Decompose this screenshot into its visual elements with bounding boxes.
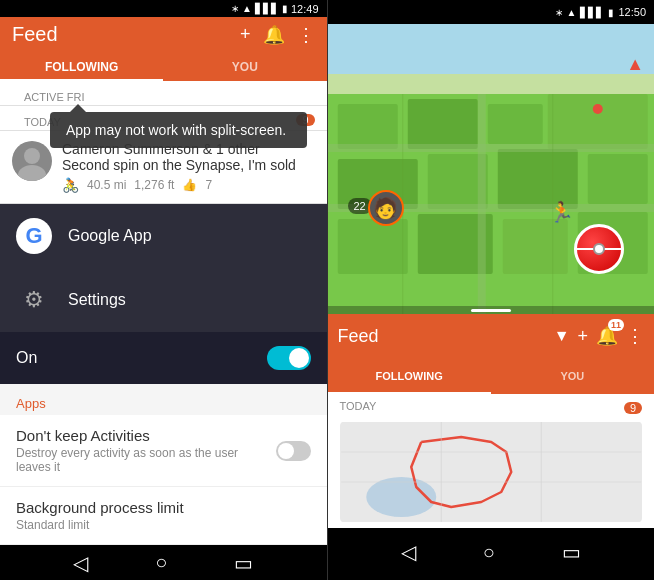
settings-app-item[interactable]: ⚙ Settings <box>0 268 327 332</box>
wifi-icon: ▲ <box>242 3 252 14</box>
right-feed-header: Feed ▼ + 🔔 11 ⋮ <box>328 314 655 358</box>
settings-app-label: Settings <box>68 291 126 309</box>
battery-icon: ▮ <box>282 3 288 14</box>
back-button[interactable]: ◁ <box>73 551 88 575</box>
feed-kudos: 7 <box>205 178 212 192</box>
tab-following[interactable]: FOLLOWING <box>0 52 163 81</box>
bell-icon[interactable]: 🔔 <box>263 24 285 46</box>
route-map-svg <box>340 422 643 522</box>
right-feed-title: Feed <box>338 326 546 347</box>
svg-rect-16 <box>502 219 567 274</box>
swipe-indicator <box>471 309 511 312</box>
left-status-bar: ∗ ▲ ▋▋▋ ▮ 12:49 <box>0 0 327 17</box>
pokeball-button[interactable] <box>574 224 624 274</box>
svg-rect-19 <box>328 144 655 152</box>
settings-category: Apps <box>0 384 327 415</box>
google-icon: G <box>16 218 52 254</box>
home-button[interactable]: ○ <box>155 551 167 574</box>
left-status-icons: ∗ ▲ ▋▋▋ ▮ 12:49 <box>231 3 318 15</box>
svg-rect-14 <box>337 219 407 274</box>
right-tabs: FOLLOWING YOU <box>328 358 655 394</box>
right-menu-icon[interactable]: ⋮ <box>626 325 644 347</box>
feed-item-subtitle: Second spin on the Synapse, I'm sold <box>62 157 315 173</box>
right-recent-button[interactable]: ▭ <box>562 540 581 564</box>
right-home-button[interactable]: ○ <box>483 541 495 564</box>
right-add-icon[interactable]: + <box>577 326 588 347</box>
left-panel: ∗ ▲ ▋▋▋ ▮ 12:49 Feed + 🔔 ⋮ FOLLOWING YOU… <box>0 0 327 580</box>
background-process-subtitle: Standard limit <box>16 518 311 532</box>
player-avatar: 🧑 <box>368 190 404 226</box>
svg-point-23 <box>592 104 602 114</box>
svg-rect-8 <box>487 104 542 144</box>
right-feed-badge: 9 <box>624 402 642 414</box>
bookmark-icon[interactable]: ▼ <box>554 327 570 345</box>
background-process-title: Background process limit <box>16 499 311 516</box>
active-fri-label: ACTIVE FRI <box>12 85 97 105</box>
signal-icon: ▋▋▋ <box>255 3 279 14</box>
right-bluetooth-icon: ∗ <box>555 7 563 18</box>
avatar <box>12 141 52 181</box>
right-back-button[interactable]: ◁ <box>401 540 416 564</box>
tooltip-bubble: App may not work with split-screen. <box>50 112 307 148</box>
feed-elevation: 1,276 ft <box>134 178 174 192</box>
feed-item-text: Cameron Summerson & 1 other Second spin … <box>62 141 315 193</box>
settings-item-activities[interactable]: Don't keep Activities Destroy every acti… <box>0 415 327 487</box>
add-icon[interactable]: + <box>240 24 251 45</box>
settings-item-activities-row: Don't keep Activities Destroy every acti… <box>16 427 311 474</box>
bluetooth-icon: ∗ <box>231 3 239 14</box>
route-map-thumbnail[interactable] <box>340 422 643 522</box>
player-character: 🏃 <box>549 200 574 224</box>
pokeball-center <box>593 243 605 255</box>
left-header-icons: + 🔔 ⋮ <box>240 24 315 46</box>
right-battery-icon: ▮ <box>608 7 614 18</box>
settings-item-activities-text: Don't keep Activities Destroy every acti… <box>16 427 276 474</box>
feed-distance: 40.5 mi <box>87 178 126 192</box>
toggle-switch[interactable] <box>267 346 311 370</box>
right-tab-following[interactable]: FOLLOWING <box>328 358 491 394</box>
feed-item-meta: 🚴 40.5 mi 1,276 ft 👍 7 <box>62 177 315 193</box>
right-today-label: TODAY <box>340 400 377 412</box>
dont-keep-activities-subtitle: Destroy every activity as soon as the us… <box>16 446 276 474</box>
left-tabs: FOLLOWING YOU <box>0 52 327 81</box>
svg-rect-9 <box>547 94 647 149</box>
right-nav-bar: ◁ ○ ▭ <box>328 528 655 576</box>
svg-rect-7 <box>407 99 477 149</box>
left-feed-title: Feed <box>12 23 232 46</box>
tooltip-text: App may not work with split-screen. <box>66 122 286 138</box>
svg-rect-6 <box>337 104 397 149</box>
right-signal-icon: ▋▋▋ <box>580 7 604 18</box>
svg-rect-13 <box>587 154 647 204</box>
right-feed-body: TODAY 9 <box>328 394 655 528</box>
right-wifi-icon: ▲ <box>567 7 577 18</box>
toggle-label: On <box>16 349 37 367</box>
menu-icon[interactable]: ⋮ <box>297 24 315 46</box>
settings-item-background[interactable]: Background process limit Standard limit <box>0 487 327 545</box>
left-feed-header: Feed + 🔔 ⋮ <box>0 17 327 52</box>
right-tab-you[interactable]: YOU <box>491 358 654 394</box>
recent-button[interactable]: ▭ <box>234 551 253 575</box>
toggle-row: On <box>0 332 327 384</box>
right-time: 12:50 <box>618 6 646 18</box>
google-app-item[interactable]: G Google App <box>0 204 327 268</box>
left-time: 12:49 <box>291 3 319 15</box>
right-panel: ∗ ▲ ▋▋▋ ▮ 12:50 <box>328 0 655 580</box>
settings-section: Apps Don't keep Activities Destroy every… <box>0 384 327 545</box>
svg-point-1 <box>24 148 40 164</box>
notification-count: 11 <box>608 319 624 331</box>
activities-toggle[interactable] <box>276 441 311 461</box>
tooltip-overlay: App may not work with split-screen. <box>50 112 307 148</box>
navigation-arrow-icon[interactable]: ▲ <box>626 54 644 75</box>
settings-gear-icon: ⚙ <box>16 282 52 318</box>
right-status-bar: ∗ ▲ ▋▋▋ ▮ 12:50 <box>328 0 655 24</box>
app-drawer: G Google App ⚙ Settings <box>0 204 327 332</box>
game-area: 22 🧑 🏃 ▲ <box>328 24 655 314</box>
tab-you[interactable]: YOU <box>163 52 326 81</box>
google-app-label: Google App <box>68 227 152 245</box>
notification-badge[interactable]: 🔔 11 <box>596 325 618 347</box>
dont-keep-activities-title: Don't keep Activities <box>16 427 276 444</box>
left-nav-bar: ◁ ○ ▭ <box>0 545 327 580</box>
right-feed: Feed ▼ + 🔔 11 ⋮ FOLLOWING YOU TODAY 9 <box>328 314 655 528</box>
